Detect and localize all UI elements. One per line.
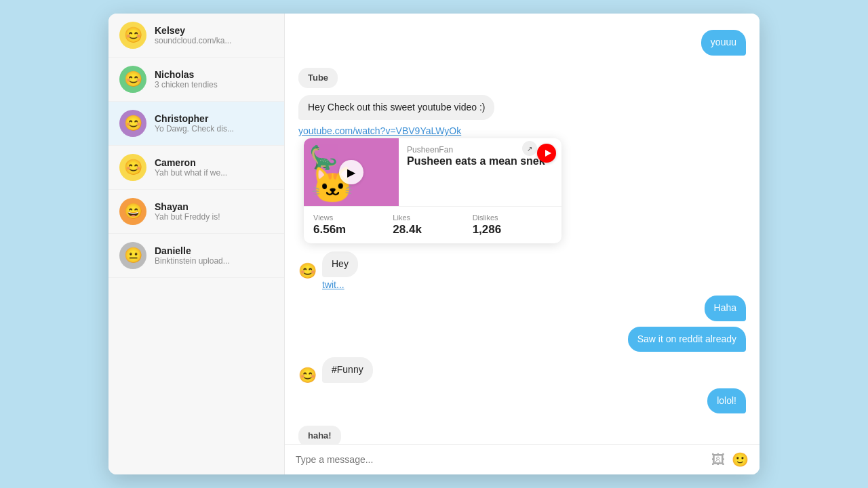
bubble-hey-partial: Hey <box>322 251 358 277</box>
dislikes-value: 1,286 <box>473 223 552 237</box>
sidebar-item-danielle[interactable]: 😐 Danielle Binktinstein upload... <box>108 234 284 278</box>
chat-area: youuu Tube Hey Check out this sweet yout… <box>285 14 760 474</box>
msg-row-2: Tube <box>298 68 746 89</box>
sidebar-preview-christopher: Yo Dawg. Check dis... <box>155 124 273 134</box>
sidebar-item-cameron[interactable]: 😊 Cameron Yah but what if we... <box>108 146 284 190</box>
sidebar: 😊 Kelsey soundcloud.com/ka... 😊 Nicholas… <box>108 14 285 474</box>
sidebar-name-danielle: Danielle <box>155 245 273 256</box>
msg-row-lolol: lolol! <box>298 388 746 414</box>
emoji-funny: 😊 <box>298 368 317 383</box>
avatar-danielle: 😐 <box>119 242 146 269</box>
stat-dislikes: Dislikes 1,286 <box>473 214 552 237</box>
sidebar-item-christopher[interactable]: 😊 Christopher Yo Dawg. Check dis... <box>108 102 284 146</box>
sidebar-name-christopher: Christopher <box>155 113 273 124</box>
msg-row-hey-partial: 😊 Hey twit... <box>298 251 746 290</box>
youtube-link[interactable]: youtube.com/watch?v=VBV9YaLWyOk <box>298 125 561 136</box>
input-bar: 🖼 🙂 <box>285 444 760 474</box>
msg-row-haha-label: haha! <box>298 426 746 444</box>
avatar-shayan: 😄 <box>119 198 146 225</box>
sidebar-item-kelsey[interactable]: 😊 Kelsey soundcloud.com/ka... <box>108 14 284 58</box>
views-label: Views <box>313 214 393 222</box>
video-thumbnail: 🦕 🐱 ▶ <box>304 138 399 206</box>
bubble-received-hey: Hey Check out this sweet youtube video :… <box>298 95 494 121</box>
emoji-hey: 😊 <box>298 264 317 279</box>
msg-row-3: Hey Check out this sweet youtube video :… <box>298 95 746 121</box>
avatar-cameron: 😊 <box>119 154 146 181</box>
messages-list: youuu Tube Hey Check out this sweet yout… <box>285 14 760 444</box>
video-info: PusheenFan Pusheen eats a mean snek ↗ <box>399 138 561 206</box>
stat-views: Views 6.56m <box>313 214 393 237</box>
twit-link[interactable]: twit... <box>322 279 358 290</box>
sidebar-item-nicholas[interactable]: 😊 Nicholas 3 chicken tendies <box>108 58 284 102</box>
bubble-label-tube: Tube <box>298 68 338 88</box>
bubble-lolol: lolol! <box>707 388 746 414</box>
msg-row-saw-reddit: Saw it on reddit already <box>298 327 746 352</box>
bubble-sent-youuu: youuu <box>701 30 746 56</box>
sidebar-name-kelsey: Kelsey <box>155 25 273 36</box>
avatar-christopher: 😊 <box>119 110 146 137</box>
msg-row-1: youuu <box>298 30 746 56</box>
svg-marker-0 <box>545 150 551 157</box>
bubble-haha: Haha <box>705 296 746 321</box>
avatar-nicholas: 😊 <box>119 66 146 93</box>
msg-row-haha: Haha <box>298 296 746 321</box>
video-preview-card: 🦕 🐱 ▶ PusheenFan Pusheen eats a mean sne… <box>304 138 561 243</box>
msg-row-4: youtube.com/watch?v=VBV9YaLWyOk 🦕 🐱 ▶ <box>298 125 746 243</box>
stat-likes: Likes 28.4k <box>393 214 472 237</box>
dislikes-label: Dislikes <box>473 214 552 222</box>
sidebar-preview-shayan: Yah but Freddy is! <box>155 212 273 222</box>
sidebar-name-nicholas: Nicholas <box>155 69 273 80</box>
sidebar-name-cameron: Cameron <box>155 157 273 168</box>
message-input[interactable] <box>296 454 705 465</box>
sidebar-preview-kelsey: soundcloud.com/ka... <box>155 36 273 45</box>
sidebar-preview-nicholas: 3 chicken tendies <box>155 80 273 89</box>
emoji-picker-icon[interactable]: 🙂 <box>732 451 749 468</box>
bubble-funny: #Funny <box>322 357 373 383</box>
sidebar-preview-danielle: Binktinstein upload... <box>155 256 273 266</box>
bubble-saw-reddit: Saw it on reddit already <box>628 327 746 352</box>
image-attach-icon[interactable]: 🖼 <box>711 452 725 468</box>
sidebar-preview-cameron: Yah but what if we... <box>155 168 273 178</box>
video-title: Pusheen eats a mean snek <box>407 155 553 168</box>
app-window: 😊 Kelsey soundcloud.com/ka... 😊 Nicholas… <box>108 14 760 474</box>
play-button[interactable]: ▶ <box>339 160 363 184</box>
sidebar-item-shayan[interactable]: 😄 Shayan Yah but Freddy is! <box>108 190 284 234</box>
views-value: 6.56m <box>313 223 393 237</box>
msg-row-funny: 😊 #Funny <box>298 357 746 383</box>
likes-value: 28.4k <box>393 223 472 237</box>
sidebar-name-shayan: Shayan <box>155 201 273 212</box>
video-stats: Views 6.56m Likes 28.4k Dislikes 1,286 <box>304 206 561 243</box>
avatar-kelsey: 😊 <box>119 22 146 49</box>
likes-label: Likes <box>393 214 472 222</box>
bubble-label-haha: haha! <box>298 426 341 444</box>
